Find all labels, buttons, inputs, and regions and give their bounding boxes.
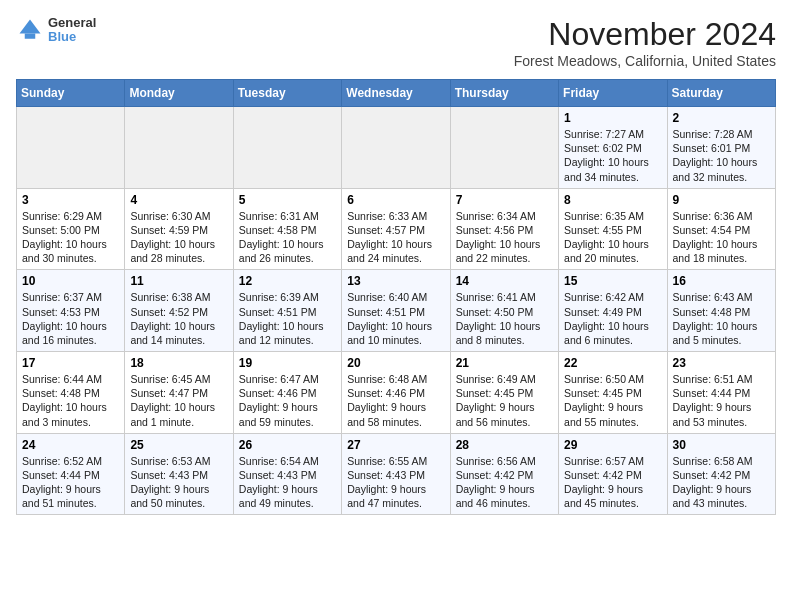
day-number: 22 — [564, 356, 661, 370]
day-number: 20 — [347, 356, 444, 370]
day-content: Sunrise: 6:31 AM Sunset: 4:58 PM Dayligh… — [239, 209, 336, 266]
calendar-cell: 15Sunrise: 6:42 AM Sunset: 4:49 PM Dayli… — [559, 270, 667, 352]
logo-icon — [16, 16, 44, 44]
calendar-cell: 6Sunrise: 6:33 AM Sunset: 4:57 PM Daylig… — [342, 188, 450, 270]
day-number: 23 — [673, 356, 770, 370]
day-number: 4 — [130, 193, 227, 207]
day-number: 1 — [564, 111, 661, 125]
calendar: SundayMondayTuesdayWednesdayThursdayFrid… — [16, 79, 776, 515]
calendar-cell: 2Sunrise: 7:28 AM Sunset: 6:01 PM Daylig… — [667, 107, 775, 189]
calendar-cell: 16Sunrise: 6:43 AM Sunset: 4:48 PM Dayli… — [667, 270, 775, 352]
day-content: Sunrise: 6:33 AM Sunset: 4:57 PM Dayligh… — [347, 209, 444, 266]
weekday-header-sunday: Sunday — [17, 80, 125, 107]
weekday-header-saturday: Saturday — [667, 80, 775, 107]
day-content: Sunrise: 6:43 AM Sunset: 4:48 PM Dayligh… — [673, 290, 770, 347]
weekday-header-friday: Friday — [559, 80, 667, 107]
calendar-cell: 9Sunrise: 6:36 AM Sunset: 4:54 PM Daylig… — [667, 188, 775, 270]
day-number: 25 — [130, 438, 227, 452]
week-row-1: 1Sunrise: 7:27 AM Sunset: 6:02 PM Daylig… — [17, 107, 776, 189]
svg-marker-0 — [20, 20, 41, 34]
day-number: 9 — [673, 193, 770, 207]
day-number: 24 — [22, 438, 119, 452]
day-content: Sunrise: 6:57 AM Sunset: 4:42 PM Dayligh… — [564, 454, 661, 511]
logo-blue-label: Blue — [48, 30, 96, 44]
day-number: 11 — [130, 274, 227, 288]
header: General Blue November 2024 Forest Meadow… — [16, 16, 776, 69]
week-row-2: 3Sunrise: 6:29 AM Sunset: 5:00 PM Daylig… — [17, 188, 776, 270]
calendar-cell: 19Sunrise: 6:47 AM Sunset: 4:46 PM Dayli… — [233, 352, 341, 434]
day-content: Sunrise: 6:29 AM Sunset: 5:00 PM Dayligh… — [22, 209, 119, 266]
day-number: 2 — [673, 111, 770, 125]
day-content: Sunrise: 6:35 AM Sunset: 4:55 PM Dayligh… — [564, 209, 661, 266]
calendar-cell: 11Sunrise: 6:38 AM Sunset: 4:52 PM Dayli… — [125, 270, 233, 352]
calendar-cell: 21Sunrise: 6:49 AM Sunset: 4:45 PM Dayli… — [450, 352, 558, 434]
day-number: 15 — [564, 274, 661, 288]
calendar-cell: 12Sunrise: 6:39 AM Sunset: 4:51 PM Dayli… — [233, 270, 341, 352]
calendar-cell: 17Sunrise: 6:44 AM Sunset: 4:48 PM Dayli… — [17, 352, 125, 434]
logo-text: General Blue — [48, 16, 96, 45]
day-content: Sunrise: 6:50 AM Sunset: 4:45 PM Dayligh… — [564, 372, 661, 429]
title-area: November 2024 Forest Meadows, California… — [514, 16, 776, 69]
day-content: Sunrise: 6:30 AM Sunset: 4:59 PM Dayligh… — [130, 209, 227, 266]
day-number: 3 — [22, 193, 119, 207]
calendar-cell — [450, 107, 558, 189]
calendar-header: SundayMondayTuesdayWednesdayThursdayFrid… — [17, 80, 776, 107]
calendar-cell: 14Sunrise: 6:41 AM Sunset: 4:50 PM Dayli… — [450, 270, 558, 352]
day-number: 27 — [347, 438, 444, 452]
day-number: 8 — [564, 193, 661, 207]
day-number: 21 — [456, 356, 553, 370]
calendar-cell: 22Sunrise: 6:50 AM Sunset: 4:45 PM Dayli… — [559, 352, 667, 434]
day-number: 26 — [239, 438, 336, 452]
calendar-cell: 30Sunrise: 6:58 AM Sunset: 4:42 PM Dayli… — [667, 433, 775, 515]
logo-general-label: General — [48, 16, 96, 30]
day-content: Sunrise: 6:48 AM Sunset: 4:46 PM Dayligh… — [347, 372, 444, 429]
calendar-cell: 26Sunrise: 6:54 AM Sunset: 4:43 PM Dayli… — [233, 433, 341, 515]
weekday-header-wednesday: Wednesday — [342, 80, 450, 107]
calendar-cell: 3Sunrise: 6:29 AM Sunset: 5:00 PM Daylig… — [17, 188, 125, 270]
day-content: Sunrise: 6:37 AM Sunset: 4:53 PM Dayligh… — [22, 290, 119, 347]
day-number: 30 — [673, 438, 770, 452]
calendar-cell: 28Sunrise: 6:56 AM Sunset: 4:42 PM Dayli… — [450, 433, 558, 515]
day-content: Sunrise: 6:58 AM Sunset: 4:42 PM Dayligh… — [673, 454, 770, 511]
day-number: 28 — [456, 438, 553, 452]
weekday-header-tuesday: Tuesday — [233, 80, 341, 107]
calendar-cell — [342, 107, 450, 189]
logo: General Blue — [16, 16, 96, 45]
calendar-cell: 1Sunrise: 7:27 AM Sunset: 6:02 PM Daylig… — [559, 107, 667, 189]
day-number: 5 — [239, 193, 336, 207]
calendar-body: 1Sunrise: 7:27 AM Sunset: 6:02 PM Daylig… — [17, 107, 776, 515]
day-number: 6 — [347, 193, 444, 207]
day-content: Sunrise: 6:41 AM Sunset: 4:50 PM Dayligh… — [456, 290, 553, 347]
day-number: 14 — [456, 274, 553, 288]
day-number: 19 — [239, 356, 336, 370]
calendar-cell: 18Sunrise: 6:45 AM Sunset: 4:47 PM Dayli… — [125, 352, 233, 434]
day-content: Sunrise: 6:51 AM Sunset: 4:44 PM Dayligh… — [673, 372, 770, 429]
calendar-cell — [233, 107, 341, 189]
calendar-cell: 25Sunrise: 6:53 AM Sunset: 4:43 PM Dayli… — [125, 433, 233, 515]
calendar-cell — [17, 107, 125, 189]
calendar-cell: 20Sunrise: 6:48 AM Sunset: 4:46 PM Dayli… — [342, 352, 450, 434]
day-content: Sunrise: 6:54 AM Sunset: 4:43 PM Dayligh… — [239, 454, 336, 511]
calendar-cell: 7Sunrise: 6:34 AM Sunset: 4:56 PM Daylig… — [450, 188, 558, 270]
weekday-header-monday: Monday — [125, 80, 233, 107]
month-title: November 2024 — [514, 16, 776, 53]
day-number: 16 — [673, 274, 770, 288]
calendar-cell: 5Sunrise: 6:31 AM Sunset: 4:58 PM Daylig… — [233, 188, 341, 270]
calendar-cell: 13Sunrise: 6:40 AM Sunset: 4:51 PM Dayli… — [342, 270, 450, 352]
calendar-cell: 10Sunrise: 6:37 AM Sunset: 4:53 PM Dayli… — [17, 270, 125, 352]
day-content: Sunrise: 7:28 AM Sunset: 6:01 PM Dayligh… — [673, 127, 770, 184]
day-content: Sunrise: 7:27 AM Sunset: 6:02 PM Dayligh… — [564, 127, 661, 184]
day-content: Sunrise: 6:47 AM Sunset: 4:46 PM Dayligh… — [239, 372, 336, 429]
calendar-cell: 8Sunrise: 6:35 AM Sunset: 4:55 PM Daylig… — [559, 188, 667, 270]
day-content: Sunrise: 6:42 AM Sunset: 4:49 PM Dayligh… — [564, 290, 661, 347]
day-content: Sunrise: 6:38 AM Sunset: 4:52 PM Dayligh… — [130, 290, 227, 347]
day-content: Sunrise: 6:36 AM Sunset: 4:54 PM Dayligh… — [673, 209, 770, 266]
day-number: 17 — [22, 356, 119, 370]
day-number: 29 — [564, 438, 661, 452]
day-content: Sunrise: 6:34 AM Sunset: 4:56 PM Dayligh… — [456, 209, 553, 266]
day-content: Sunrise: 6:49 AM Sunset: 4:45 PM Dayligh… — [456, 372, 553, 429]
location: Forest Meadows, California, United State… — [514, 53, 776, 69]
day-content: Sunrise: 6:39 AM Sunset: 4:51 PM Dayligh… — [239, 290, 336, 347]
calendar-cell: 29Sunrise: 6:57 AM Sunset: 4:42 PM Dayli… — [559, 433, 667, 515]
calendar-cell: 4Sunrise: 6:30 AM Sunset: 4:59 PM Daylig… — [125, 188, 233, 270]
